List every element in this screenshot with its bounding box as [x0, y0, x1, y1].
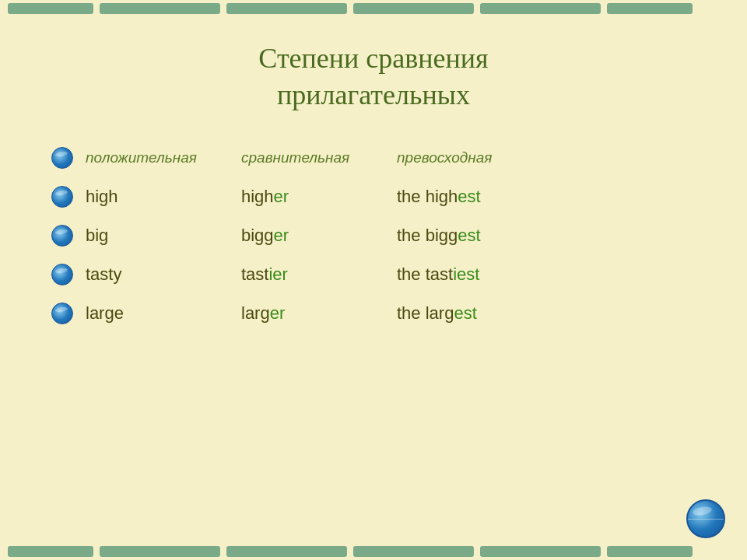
col3-header: превосходная	[389, 149, 584, 166]
bot-bar-seg-4	[353, 546, 474, 557]
col1-header: положительная	[78, 149, 233, 166]
globe-icon-3	[51, 264, 73, 285]
bullet-4	[47, 303, 78, 324]
bot-bar-seg-5	[480, 546, 601, 557]
row2-col3: the biggest	[389, 226, 584, 246]
row3-col3: the tastiest	[389, 264, 584, 285]
main-content: Степени сравнения прилагательных положит…	[0, 17, 747, 331]
row1-col3: the highest	[389, 187, 584, 207]
bullet-2	[47, 225, 78, 247]
table-row: tasty tastier the tastiest	[47, 257, 700, 292]
globe-icon-4	[51, 303, 73, 324]
row4-col2: larger	[233, 303, 389, 324]
table-row: big bigger the biggest	[47, 219, 700, 253]
bar-seg-1	[8, 3, 93, 14]
bot-bar-seg-3	[226, 546, 347, 557]
bullet-3	[47, 264, 78, 285]
bot-bar-seg-6	[607, 546, 693, 557]
page-title: Степени сравнения прилагательных	[47, 40, 700, 114]
table-header-row: положительная сравнительная превосходная	[47, 141, 700, 175]
globe-icon-1	[51, 186, 73, 208]
bar-seg-5	[480, 3, 601, 14]
table-row: large larger the largest	[47, 296, 700, 331]
table-row: high higher the highest	[47, 180, 700, 214]
row4-col3: the largest	[389, 303, 584, 324]
bottom-right-globe-icon	[686, 499, 725, 538]
bullet-header	[47, 147, 78, 169]
col2-header: сравнительная	[233, 149, 389, 166]
top-decorative-bar	[0, 0, 747, 17]
comparison-table: положительная сравнительная превосходная…	[47, 141, 700, 331]
bar-seg-2	[100, 3, 220, 14]
row1-col1: high	[78, 187, 233, 207]
bar-seg-3	[226, 3, 347, 14]
bot-bar-seg-2	[100, 546, 220, 557]
bullet-1	[47, 186, 78, 208]
globe-icon-header	[51, 147, 73, 169]
bottom-decorative-bar	[0, 543, 747, 560]
row2-col2: bigger	[233, 226, 389, 246]
row3-col2: tastier	[233, 264, 389, 285]
row1-col2: higher	[233, 187, 389, 207]
row3-col1: tasty	[78, 264, 233, 285]
bar-seg-6	[607, 3, 693, 14]
globe-icon-2	[51, 225, 73, 247]
row4-col1: large	[78, 303, 233, 324]
bot-bar-seg-1	[8, 546, 93, 557]
bar-seg-4	[353, 3, 474, 14]
row2-col1: big	[78, 226, 233, 246]
